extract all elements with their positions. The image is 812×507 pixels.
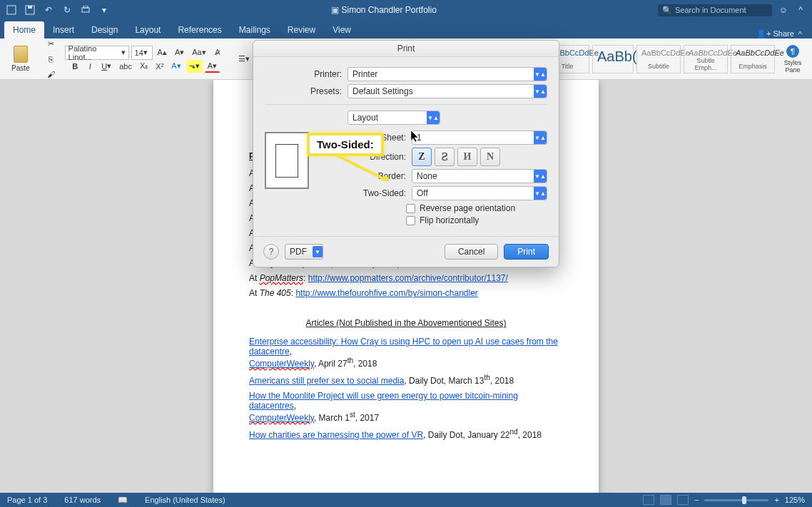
tab-review[interactable]: Review (279, 21, 324, 39)
style-emphasis[interactable]: AaBbCcDdEeEmphasis (731, 45, 775, 73)
bold-button[interactable]: B (68, 60, 81, 73)
cancel-button[interactable]: Cancel (445, 244, 498, 260)
article-line: Enterprise accessibility: How Cray is us… (249, 337, 563, 369)
reverse-orientation-checkbox[interactable] (406, 204, 415, 213)
change-case-button[interactable]: Aa▾ (189, 46, 208, 59)
print-layout-icon[interactable] (660, 495, 671, 505)
search-input[interactable]: 🔍 Search in Document (658, 4, 772, 16)
style-heading[interactable]: AaBb( (592, 45, 634, 73)
more-icon[interactable]: ▾ (98, 4, 110, 16)
share-button[interactable]: 👤+ Share (756, 29, 794, 39)
articles-heading: Articles (Not Published in the Abovement… (249, 318, 563, 328)
autosave-icon[interactable] (6, 4, 17, 16)
grow-font-button[interactable]: A▴ (155, 46, 170, 59)
zoom-out-button[interactable]: − (694, 496, 699, 504)
printer-select[interactable]: Printer▼▲ (347, 67, 547, 81)
format-painter-icon[interactable]: 🖌 (44, 68, 58, 81)
spellcheck-icon[interactable]: 📖 (118, 496, 128, 505)
help-button[interactable]: ? (263, 244, 279, 260)
document-line: At The 405: http://www.thefourohfive.com… (249, 288, 563, 298)
tab-home[interactable]: Home (4, 21, 44, 39)
presets-select[interactable]: Default Settings▼▲ (347, 84, 547, 98)
article-line: Americans still prefer sex to social med… (249, 374, 563, 386)
read-mode-icon[interactable] (643, 495, 654, 505)
svg-rect-4 (83, 6, 88, 8)
tab-layout[interactable]: Layout (126, 21, 169, 39)
cut-icon[interactable]: ✂ (44, 38, 58, 51)
italic-button[interactable]: I (83, 60, 96, 73)
border-select[interactable]: None▼▲ (412, 169, 547, 183)
document-link[interactable]: http://www.thefourohfive.com/by/simon-ch… (295, 288, 477, 298)
redo-icon[interactable]: ↻ (61, 4, 73, 16)
document-link[interactable]: http://www.popmatters.com/archive/contri… (308, 273, 508, 283)
font-color-button[interactable]: A▾ (205, 60, 220, 73)
font-name-select[interactable]: Palatino Linot... ▾ (65, 46, 129, 60)
print-icon[interactable] (80, 4, 91, 16)
clear-format-button[interactable]: A̷ (211, 46, 224, 59)
bullets-button[interactable]: ☰▾ (235, 53, 253, 66)
status-bar: Page 1 of 3 617 words 📖 English (United … (0, 493, 812, 507)
print-section-select[interactable]: Layout▼▲ (347, 111, 440, 125)
save-icon[interactable] (24, 4, 36, 16)
zoom-in-button[interactable]: + (774, 496, 778, 504)
style-subtle-emphasis[interactable]: AaBbCcDdEeSubtle Emph... (684, 45, 728, 73)
zoom-percent[interactable]: 125% (785, 496, 805, 504)
strikethrough-button[interactable]: abc (116, 60, 135, 73)
word-count[interactable]: 617 words (64, 496, 101, 504)
web-layout-icon[interactable] (677, 495, 689, 505)
window-title: ▣ Simon Chandler Portfolio (110, 5, 658, 15)
article-link[interactable]: How charities are harnessing the power o… (249, 430, 423, 440)
page-status[interactable]: Page 1 of 3 (7, 496, 47, 504)
document-line: At PopMatters: http://www.popmatters.com… (249, 273, 563, 283)
ribbon-tabs: Home Insert Design Layout References Mai… (0, 20, 812, 39)
ribbon-toggle-icon[interactable]: ^ (795, 4, 806, 16)
style-subtitle[interactable]: AaBbCcDdEeSubtitle (636, 45, 681, 73)
superscript-button[interactable]: X² (153, 60, 166, 73)
subscript-button[interactable]: X₂ (137, 60, 151, 73)
pages-per-sheet-select[interactable]: 1▼▲ (412, 130, 547, 145)
text-effects-button[interactable]: A▾ (168, 60, 183, 73)
print-button[interactable]: Print (504, 244, 549, 260)
paste-button[interactable]: Paste (4, 46, 37, 72)
svg-rect-0 (7, 6, 16, 14)
pdf-button[interactable]: PDF▼ (285, 244, 323, 260)
printer-label: Printer: (265, 69, 347, 79)
underline-button[interactable]: U▾ (98, 60, 114, 73)
dialog-title: Print (253, 41, 559, 57)
flip-horizontally-label: Flip horizontally (420, 215, 479, 225)
article-line: How the Moonlite Project will use green … (249, 391, 563, 423)
undo-icon[interactable]: ↶ (43, 4, 54, 16)
tab-insert[interactable]: Insert (44, 21, 83, 39)
flip-horizontally-checkbox[interactable] (406, 216, 415, 225)
collapse-ribbon-icon[interactable]: ^ (798, 30, 802, 39)
shrink-font-button[interactable]: A▾ (172, 46, 187, 59)
quick-access-toolbar: ↶ ↻ ▾ ▣ Simon Chandler Portfolio 🔍 Searc… (0, 0, 812, 20)
styles-pane-button[interactable]: ¶ Styles Pane (778, 45, 808, 73)
tab-references[interactable]: References (169, 21, 230, 39)
print-dialog: Print Printer: Printer▼▲ Presets: Defaul… (253, 40, 559, 267)
direction-s-button[interactable]: Ƨ (435, 148, 455, 166)
annotation-callout: Two-Sided: (307, 133, 384, 156)
tab-view[interactable]: View (324, 21, 360, 39)
border-label: Border: (318, 171, 412, 181)
language-status[interactable]: English (United States) (145, 496, 225, 504)
account-icon[interactable]: ☺ (778, 4, 789, 16)
direction-n2-button[interactable]: N (480, 148, 500, 166)
two-sided-select[interactable]: Off▼▲ (412, 186, 547, 200)
presets-label: Presets: (265, 86, 347, 96)
font-size-select[interactable]: 14 ▾ (131, 46, 153, 60)
svg-rect-2 (28, 6, 32, 9)
article-link[interactable]: How the Moonlite Project will use green … (249, 391, 518, 411)
tab-mailings[interactable]: Mailings (230, 21, 279, 39)
highlight-button[interactable]: ⬎▾ (186, 60, 203, 73)
clipboard-icon (14, 46, 28, 63)
article-link[interactable]: Enterprise accessibility: How Cray is us… (249, 337, 558, 357)
tab-design[interactable]: Design (83, 21, 126, 39)
zoom-slider[interactable] (704, 499, 768, 501)
direction-z-button[interactable]: Z (412, 148, 432, 166)
article-link[interactable]: Americans still prefer sex to social med… (249, 376, 404, 386)
reverse-orientation-label: Reverse page orientation (420, 203, 515, 213)
copy-icon[interactable]: ⎘ (44, 53, 58, 66)
search-icon: 🔍 (662, 6, 672, 15)
direction-n-button[interactable]: И (457, 148, 477, 166)
